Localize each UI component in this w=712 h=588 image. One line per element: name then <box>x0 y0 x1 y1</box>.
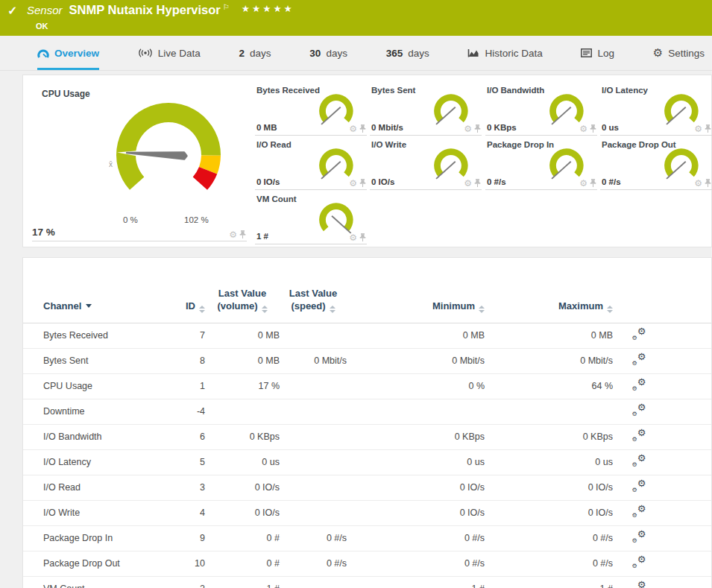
priority-stars[interactable]: ★★★★★ <box>242 3 294 14</box>
gauge-title: Package Drop In <box>487 140 554 149</box>
channel-name[interactable]: CPU Usage <box>43 381 155 391</box>
tab-historic-data[interactable]: Historic Data <box>467 36 542 70</box>
tab-number: 365 <box>386 48 403 59</box>
table-row: I/O Write 4 0 IO/s 0 IO/s 0 IO/s ⚙⚙ <box>23 501 711 526</box>
pin-icon[interactable] <box>705 124 711 133</box>
sort-icon <box>262 306 268 313</box>
gauge-settings-gear-icon[interactable]: ⚙ <box>579 124 587 133</box>
minimum-value: 0 us <box>347 457 485 467</box>
gauge-title: Bytes Sent <box>371 86 415 95</box>
pin-icon[interactable] <box>239 230 246 239</box>
channel-name[interactable]: VM Count <box>43 584 155 588</box>
channel-settings-icon[interactable]: ⚙⚙ <box>632 430 646 442</box>
gauge-panel-io-write: I/O Write 0 IO/s ⚙ <box>370 139 482 190</box>
tab-2-days[interactable]: 2 days <box>239 36 271 70</box>
channels-table-panel: Channel ID Last Value(volume) Last Value… <box>22 257 712 588</box>
channel-name[interactable]: I/O Bandwidth <box>43 431 155 442</box>
gauge-title: Bytes Received <box>256 86 320 95</box>
pin-icon[interactable] <box>359 124 366 133</box>
table-header-row: Channel ID Last Value(volume) Last Value… <box>23 258 711 323</box>
column-header-maximum[interactable]: Maximum <box>485 300 613 323</box>
tab-label: Historic Data <box>485 48 542 59</box>
gauge-settings-gear-icon[interactable]: ⚙ <box>349 233 357 242</box>
tab-settings[interactable]: ⚙ Settings <box>653 36 705 70</box>
gauge-settings-gear-icon[interactable]: ⚙ <box>694 179 702 188</box>
channel-name[interactable]: Downtime <box>43 406 155 417</box>
last-value-volume: 0 KBps <box>205 431 280 442</box>
gauge-panel-bytes-received: Bytes Received 0 MB ⚙ <box>255 84 367 136</box>
flag-icon[interactable]: ⚐ <box>223 3 230 11</box>
channel-name[interactable]: I/O Latency <box>43 457 155 467</box>
status-ok-check-icon: ✓ <box>7 4 17 18</box>
pin-icon[interactable] <box>359 179 366 188</box>
channel-name[interactable]: Bytes Received <box>43 330 155 341</box>
table-row: I/O Latency 5 0 us 0 us 0 us ⚙⚙ <box>23 450 711 475</box>
tab-label: days <box>326 48 347 59</box>
tab-live-data[interactable]: Live Data <box>138 36 201 70</box>
tab-overview[interactable]: Overview <box>37 36 99 70</box>
gauge-settings-gear-icon[interactable]: ⚙ <box>349 179 357 188</box>
gauge-value: 1 # <box>256 232 268 241</box>
channel-name[interactable]: Package Drop In <box>43 533 155 543</box>
channel-settings-icon[interactable]: ⚙⚙ <box>632 405 646 417</box>
channel-settings-icon[interactable]: ⚙⚙ <box>632 354 646 366</box>
column-header-last-value-volume[interactable]: Last Value(volume) <box>205 288 280 323</box>
channel-settings-icon[interactable]: ⚙⚙ <box>632 506 646 518</box>
channel-name[interactable]: Bytes Sent <box>43 355 155 366</box>
gauge-settings-gear-icon[interactable]: ⚙ <box>349 124 357 133</box>
gauge-title: VM Count <box>256 195 297 203</box>
pin-icon[interactable] <box>590 124 596 133</box>
last-value-speed: 0 Mbit/s <box>280 355 347 366</box>
channel-settings-icon[interactable]: ⚙⚙ <box>632 329 646 341</box>
channel-settings-icon[interactable]: ⚙⚙ <box>632 379 646 391</box>
channel-name[interactable]: I/O Write <box>43 508 155 518</box>
gauge-settings-gear-icon[interactable]: ⚙ <box>694 124 702 133</box>
gauge-value: 0 KBps <box>487 123 517 132</box>
column-header-id[interactable]: ID <box>155 300 205 323</box>
sort-desc-icon <box>86 304 92 308</box>
column-header-minimum[interactable]: Minimum <box>347 300 485 323</box>
gauge-settings-gear-icon[interactable]: ⚙ <box>229 230 237 239</box>
pin-icon[interactable] <box>359 233 366 242</box>
minimum-value: 0 MB <box>347 330 485 341</box>
last-value-volume: 1 # <box>205 584 280 588</box>
channel-id: 4 <box>155 508 205 518</box>
channel-settings-icon[interactable]: ⚙⚙ <box>632 481 646 493</box>
sort-icon <box>199 306 205 313</box>
table-row: I/O Read 3 0 IO/s 0 IO/s 0 IO/s ⚙⚙ <box>23 475 711 501</box>
minimum-value: 0 #/s <box>347 558 485 569</box>
maximum-value: 0 KBps <box>485 431 613 442</box>
gauge-settings-gear-icon[interactable]: ⚙ <box>464 124 472 133</box>
gauge-settings-gear-icon[interactable]: ⚙ <box>579 179 587 188</box>
gauge-value: 17 % <box>32 227 55 238</box>
pin-icon[interactable] <box>474 124 481 133</box>
sensor-status-text: OK <box>36 22 48 31</box>
pin-icon[interactable] <box>474 179 481 188</box>
channel-id: -4 <box>155 406 205 417</box>
channel-settings-icon[interactable]: ⚙⚙ <box>632 557 646 569</box>
channel-settings-icon[interactable]: ⚙⚙ <box>632 531 646 543</box>
gauge-title: I/O Write <box>371 140 406 149</box>
tab-log[interactable]: Log <box>581 36 614 70</box>
minimum-value: 1 # <box>347 584 485 588</box>
last-value-volume: 0 us <box>205 457 280 467</box>
tab-365-days[interactable]: 365 days <box>386 36 429 70</box>
column-header-last-value-speed[interactable]: Last Value(speed) <box>280 288 347 323</box>
channel-name[interactable]: Package Drop Out <box>43 558 155 569</box>
pin-icon[interactable] <box>705 179 711 188</box>
pin-icon[interactable] <box>590 179 596 188</box>
tab-30-days[interactable]: 30 days <box>309 36 347 70</box>
table-row: CPU Usage 1 17 % 0 % 64 % ⚙⚙ <box>23 374 711 399</box>
prtg-sensor-page: ✓ SensorSNMP Nutanix Hypervisor⚐★★★★★ OK… <box>0 0 712 588</box>
channel-id: 2 <box>155 584 205 588</box>
gauge-title: I/O Read <box>256 140 292 149</box>
area-chart-icon <box>467 48 479 58</box>
channel-settings-icon[interactable]: ⚙⚙ <box>632 582 646 588</box>
table-row: Package Drop Out 10 0 # 0 #/s 0 #/s 0 #/… <box>23 551 711 577</box>
tab-label: Overview <box>54 48 99 59</box>
channel-settings-icon[interactable]: ⚙⚙ <box>632 455 646 467</box>
channel-name[interactable]: I/O Read <box>43 482 155 493</box>
column-header-channel[interactable]: Channel <box>43 300 155 323</box>
gauge-scale-max: 102 % <box>184 215 209 224</box>
gauge-settings-gear-icon[interactable]: ⚙ <box>464 179 472 188</box>
